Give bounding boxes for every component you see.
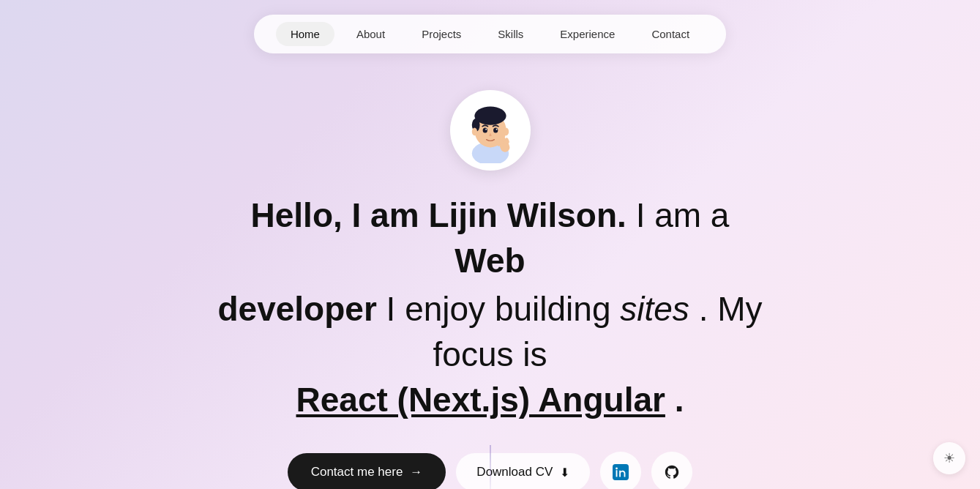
hero-intro: I am a bbox=[636, 196, 730, 234]
hero-enjoy: I enjoy building bbox=[386, 290, 621, 328]
hero-line2: developer I enjoy building sites . My fo… bbox=[212, 286, 768, 377]
main-content: Hello, I am Lijin Wilson. I am a Web dev… bbox=[0, 68, 980, 489]
svg-point-10 bbox=[504, 127, 509, 135]
contact-arrow-icon: → bbox=[410, 465, 422, 479]
hero-name: Hello, I am Lijin Wilson. bbox=[251, 196, 626, 234]
svg-point-8 bbox=[495, 129, 497, 130]
linkedin-icon bbox=[613, 464, 629, 480]
hero-text: Hello, I am Lijin Wilson. I am a Web dev… bbox=[212, 193, 768, 422]
svg-point-7 bbox=[485, 129, 487, 130]
avatar bbox=[450, 90, 531, 171]
svg-point-17 bbox=[616, 468, 618, 470]
nav-item-contact[interactable]: Contact bbox=[637, 22, 704, 46]
hero-line3: React (Next.js) Angular . bbox=[212, 377, 768, 422]
svg-point-5 bbox=[482, 127, 487, 132]
nav-item-about[interactable]: About bbox=[342, 22, 400, 46]
avatar-illustration bbox=[457, 97, 523, 163]
github-button[interactable] bbox=[651, 452, 692, 489]
github-icon bbox=[664, 464, 680, 480]
theme-toggle-button[interactable]: ☀ bbox=[933, 442, 965, 474]
theme-icon: ☀ bbox=[943, 450, 955, 466]
download-icon: ⬇ bbox=[560, 466, 569, 479]
contact-button[interactable]: Contact me here → bbox=[288, 453, 446, 489]
svg-point-6 bbox=[493, 127, 498, 132]
svg-point-9 bbox=[471, 127, 476, 135]
bottom-divider bbox=[490, 445, 491, 489]
nav-container: Home About Projects Skills Experience Co… bbox=[254, 15, 726, 53]
download-cv-button[interactable]: Download CV ⬇ bbox=[456, 453, 590, 489]
hero-role-1: Web bbox=[455, 242, 525, 280]
nav-item-skills[interactable]: Skills bbox=[483, 22, 538, 46]
download-cv-label: Download CV bbox=[476, 465, 553, 479]
hero-line1: Hello, I am Lijin Wilson. I am a Web bbox=[212, 193, 768, 283]
hero-sites: sites bbox=[620, 290, 689, 328]
nav-item-home[interactable]: Home bbox=[276, 22, 334, 46]
nav-item-experience[interactable]: Experience bbox=[545, 22, 629, 46]
linkedin-button[interactable] bbox=[600, 452, 641, 489]
hero-period: . bbox=[675, 381, 684, 419]
nav-item-projects[interactable]: Projects bbox=[407, 22, 476, 46]
contact-button-label: Contact me here bbox=[311, 465, 403, 479]
navbar: Home About Projects Skills Experience Co… bbox=[0, 0, 980, 68]
hero-tech: React (Next.js) Angular bbox=[296, 381, 665, 419]
hero-role-2: developer bbox=[217, 290, 376, 328]
